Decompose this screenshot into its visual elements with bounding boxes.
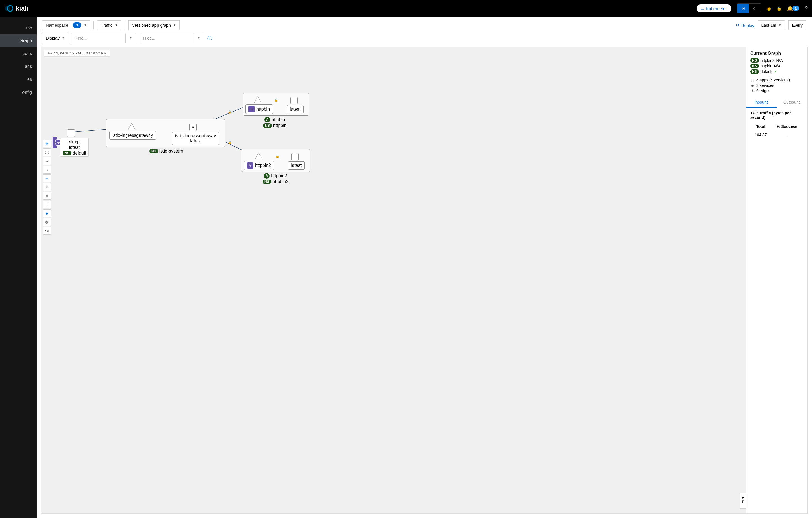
reaction-2-button[interactable]: ☹ <box>43 218 51 226</box>
node-httpbin-wl-shape[interactable] <box>290 97 298 104</box>
arrow-right-button-2[interactable]: → <box>43 166 51 173</box>
layout-2-button[interactable]: ✳ <box>43 183 51 191</box>
apps-icon: ⬚ <box>750 78 755 82</box>
chevron-down-icon: ▼ <box>779 24 781 27</box>
sidebar-item-applications[interactable]: tions <box>0 47 36 60</box>
chevron-down-icon: ▼ <box>173 24 176 27</box>
node-sleep-labels: sleep latest NSdefault <box>60 138 89 157</box>
group-httpbin-labels: Ahttpbin NShttpbin <box>263 117 287 128</box>
node-httpbin-svc-text: httpbin <box>256 107 270 112</box>
ns-badge: NS <box>750 70 759 74</box>
ns-badge: NS <box>63 151 71 155</box>
node-igw-service-label: istio-ingressgateway <box>109 131 156 140</box>
legend-button[interactable]: 🗺 <box>43 227 51 235</box>
node-igw-workload-name: istio-ingressgateway <box>175 133 216 138</box>
ns-status: N/A <box>774 64 781 68</box>
panel-title: Current Graph <box>750 51 803 56</box>
cluster-label: Kubernetes <box>706 6 727 11</box>
namespace-dropdown[interactable]: Namespace: 3 ▼ <box>42 20 90 30</box>
fit-button[interactable]: ⛶ <box>43 148 51 156</box>
status-icon[interactable]: ◉ <box>767 6 771 11</box>
virtualservice-icon: ↳ <box>249 106 255 112</box>
node-httpbin2-svc-label: ↳ httpbin2 <box>244 161 274 170</box>
httpbin-ns: httpbin <box>273 123 287 128</box>
reaction-1-button[interactable]: ☻ <box>43 209 51 217</box>
node-sleep-ns: default <box>73 151 86 156</box>
virtualservice-icon: ↳ <box>247 162 253 168</box>
tab-outbound[interactable]: Outbound <box>777 98 808 108</box>
summary-apps: 4 apps (4 versions) <box>756 78 790 82</box>
lock-icon[interactable]: 🔒 <box>777 6 781 11</box>
tab-inbound[interactable]: Inbound <box>746 98 777 108</box>
node-sleep-shape[interactable] <box>67 129 75 137</box>
node-igw-service-text: istio-ingressgateway <box>112 133 153 138</box>
sidebar-item-graph[interactable]: Graph <box>0 34 36 47</box>
display-label: Display <box>46 36 60 40</box>
notifications[interactable]: 🔔 1 <box>787 6 800 11</box>
arrow-right-button[interactable]: → <box>43 157 51 165</box>
sidebar-item-workloads[interactable]: ads <box>0 60 36 73</box>
node-httpbin2-svc-text: httpbin2 <box>255 163 271 168</box>
httpbin-app: httpbin <box>271 117 285 122</box>
time-range-dropdown[interactable]: Last 1m ▼ <box>757 20 785 30</box>
node-httpbin-svc-shape[interactable] <box>254 97 262 103</box>
help-info-icon[interactable]: ⓘ <box>207 35 212 42</box>
ns-row: NS default ✔ <box>750 70 803 74</box>
node-httpbin2-svc-shape[interactable] <box>255 153 263 159</box>
sidebar-item-istio-config[interactable]: onfig <box>0 86 36 99</box>
sidebar-item-services[interactable]: es <box>0 73 36 86</box>
replay-button[interactable]: ↺ Replay <box>736 23 754 28</box>
divider <box>93 21 94 29</box>
group-httpbin2-labels: Ahttpbin2 NShttpbin2 <box>263 173 289 184</box>
drag-mode-button[interactable]: ✥ <box>43 140 51 147</box>
canvas-toolbar: ✥ ⛶ → → ✳ ✳ ✳ ✳ ☻ ☹ 🗺 <box>43 140 51 235</box>
find-dropdown-button[interactable]: ▼ <box>125 33 136 43</box>
httpbin2-ns: httpbin2 <box>272 179 289 184</box>
namespace-count-badge: 3 <box>73 23 81 28</box>
layout-1-button[interactable]: ✳ <box>43 174 51 182</box>
brand-text: kiali <box>16 4 28 12</box>
ns-name: httpbin2 <box>761 58 775 63</box>
refresh-dropdown[interactable]: Every <box>788 20 806 30</box>
mesh-icon: ✱ <box>192 126 194 129</box>
graph-type-dropdown[interactable]: Versioned app graph ▼ <box>128 20 179 30</box>
node-httpbin2-wl-shape[interactable] <box>291 153 299 160</box>
mtls-lock-icon: 🔒 <box>276 155 279 158</box>
node-igw-workload-shape[interactable]: ✱ <box>189 124 197 131</box>
graph-edges <box>41 47 746 513</box>
theme-toggle: ☀ ☾ <box>737 3 761 13</box>
brand-logo: kiali <box>4 4 28 13</box>
httpbin2-app: httpbin2 <box>271 173 287 179</box>
display-dropdown[interactable]: Display ▼ <box>42 33 68 43</box>
ns-badge: NS <box>263 123 272 128</box>
panel-hide-handle[interactable]: Hide » <box>740 493 746 509</box>
traffic-dropdown[interactable]: Traffic ▼ <box>97 20 121 30</box>
graph-time-range: Jun 13, 04:18:52 PM ... 04:19:52 PM <box>44 50 110 57</box>
layout-4-button[interactable]: ✳ <box>43 200 51 209</box>
node-igw-service-shape[interactable] <box>128 123 136 130</box>
val-total: 164.87 <box>751 131 771 139</box>
sidebar-item-overview[interactable]: ew <box>0 21 36 34</box>
help-icon[interactable]: ? <box>805 6 808 11</box>
hide-dropdown-button[interactable]: ▼ <box>193 33 204 43</box>
hide-handle-text: Hide <box>741 495 745 503</box>
ns-row: NS httpbin2 N/A <box>750 58 803 63</box>
col-success: % Success <box>771 122 803 130</box>
theme-dark-button[interactable]: ☾ <box>749 4 761 13</box>
toolbar-row-1: Namespace: 3 ▼ Traffic ▼ Versioned app g… <box>36 17 812 30</box>
node-sleep-name: sleep <box>69 139 80 144</box>
graph-canvas[interactable]: Jun 13, 04:18:52 PM ... 04:19:52 PM <box>41 47 746 514</box>
chevron-down-icon: ▼ <box>62 36 65 39</box>
cluster-selector[interactable]: ☰ Kubernetes <box>697 4 731 12</box>
theme-light-button[interactable]: ☀ <box>737 4 749 13</box>
header-actions: ☰ Kubernetes ☀ ☾ ◉ 🔒 🔔 1 ? <box>697 3 808 13</box>
summary-edges: 6 edges <box>756 88 771 93</box>
find-input[interactable] <box>72 33 125 43</box>
ns-badge: NS <box>750 64 759 68</box>
layout-3-button[interactable]: ✳ <box>43 192 51 200</box>
kiali-logo-icon <box>4 4 13 13</box>
traffic-section-title: TCP Traffic (bytes per second) <box>750 111 803 120</box>
app-badge: A <box>264 173 269 179</box>
hide-input[interactable] <box>140 33 193 43</box>
ns-row: NS httpbin N/A <box>750 64 803 68</box>
